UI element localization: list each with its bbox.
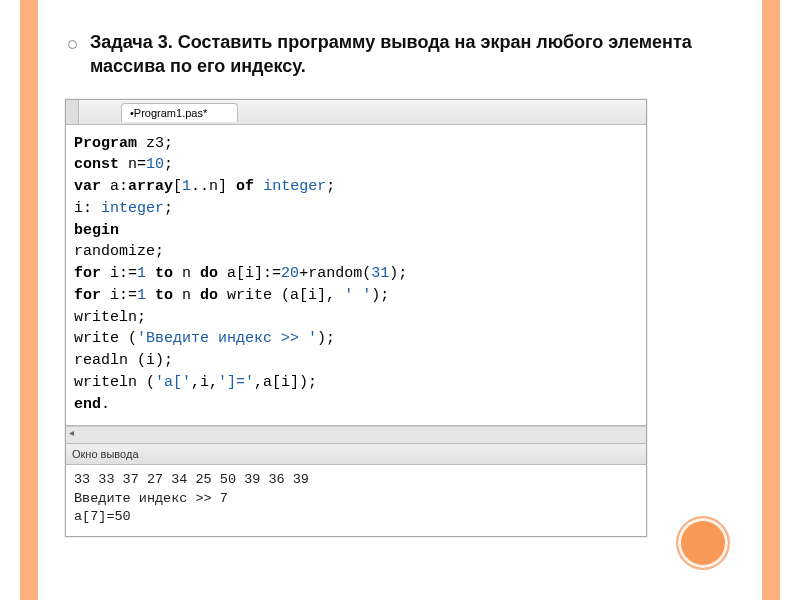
output-line: a[7]=50 (74, 508, 638, 526)
code-text: ; (164, 200, 173, 217)
code-text: ,i, (191, 374, 218, 391)
output-line: Введите индекс >> 7 (74, 490, 638, 508)
output-panel: 33 33 37 27 34 25 50 39 36 39 Введите ин… (66, 465, 646, 536)
code-string: 'a[' (155, 374, 191, 391)
code-text: i: (74, 200, 101, 217)
kw-do: do (200, 287, 218, 304)
code-text: a: (101, 178, 128, 195)
code-number: 31 (371, 265, 389, 282)
kw-var: var (74, 178, 101, 195)
task-heading: Задача 3. Составить программу вывода на … (90, 30, 740, 79)
code-number: 10 (146, 156, 164, 173)
kw-for: for (74, 265, 101, 282)
code-string: 'Введите индекс >> ' (137, 330, 317, 347)
slide-border-left (20, 0, 38, 600)
code-text: ; (164, 156, 173, 173)
code-text: randomize; (74, 243, 164, 260)
code-text: write ( (74, 330, 137, 347)
output-panel-title: Окно вывода (66, 444, 646, 465)
code-text: a[i]:= (218, 265, 281, 282)
type-integer: integer (101, 200, 164, 217)
ide-window: •Program1.pas* Program z3; const n=10; v… (65, 99, 647, 537)
file-tab[interactable]: •Program1.pas* (121, 103, 238, 122)
kw-to: to (146, 265, 173, 282)
code-number: 1 (137, 265, 146, 282)
code-editor[interactable]: Program z3; const n=10; var a:array[1..n… (66, 125, 646, 427)
horizontal-scrollbar[interactable] (66, 426, 646, 444)
kw-const: const (74, 156, 119, 173)
tab-gutter (66, 100, 79, 124)
code-text: i:= (101, 287, 137, 304)
code-text: write (a[i], (218, 287, 344, 304)
code-text: n (173, 265, 200, 282)
code-text: [ (173, 178, 182, 195)
code-text: ); (317, 330, 335, 347)
code-text: readln (i); (74, 352, 173, 369)
code-number: 1 (137, 287, 146, 304)
code-string: ' ' (344, 287, 371, 304)
slide-border-right (762, 0, 780, 600)
code-number: 20 (281, 265, 299, 282)
kw-do: do (200, 265, 218, 282)
code-text: writeln ( (74, 374, 155, 391)
code-text (254, 178, 263, 195)
file-tab-label: •Program1.pas* (130, 107, 207, 119)
code-text: +random( (299, 265, 371, 282)
kw-end: end (74, 396, 101, 413)
code-text: n (173, 287, 200, 304)
code-text: ..n] (191, 178, 236, 195)
code-string: ']=' (218, 374, 254, 391)
type-integer: integer (263, 178, 326, 195)
kw-array: array (128, 178, 173, 195)
task-number: Задача 3. (90, 32, 173, 52)
kw-begin: begin (74, 222, 119, 239)
code-text: ); (371, 287, 389, 304)
code-text: i:= (101, 265, 137, 282)
bullet-icon (68, 40, 77, 49)
code-text: ); (389, 265, 407, 282)
kw-to: to (146, 287, 173, 304)
code-number: 1 (182, 178, 191, 195)
code-text: ,a[i]); (254, 374, 317, 391)
code-text: writeln; (74, 309, 146, 326)
task-text: Составить программу вывода на экран любо… (90, 32, 692, 76)
kw-of: of (236, 178, 254, 195)
code-text: n= (119, 156, 146, 173)
code-text: z3; (137, 135, 173, 152)
code-text: . (101, 396, 110, 413)
output-title-label: Окно вывода (72, 448, 139, 460)
kw-program: Program (74, 135, 137, 152)
output-line: 33 33 37 27 34 25 50 39 36 39 (74, 471, 638, 489)
tab-bar: •Program1.pas* (66, 100, 646, 125)
slide-circle-decoration (676, 516, 730, 570)
kw-for: for (74, 287, 101, 304)
code-text: ; (326, 178, 335, 195)
